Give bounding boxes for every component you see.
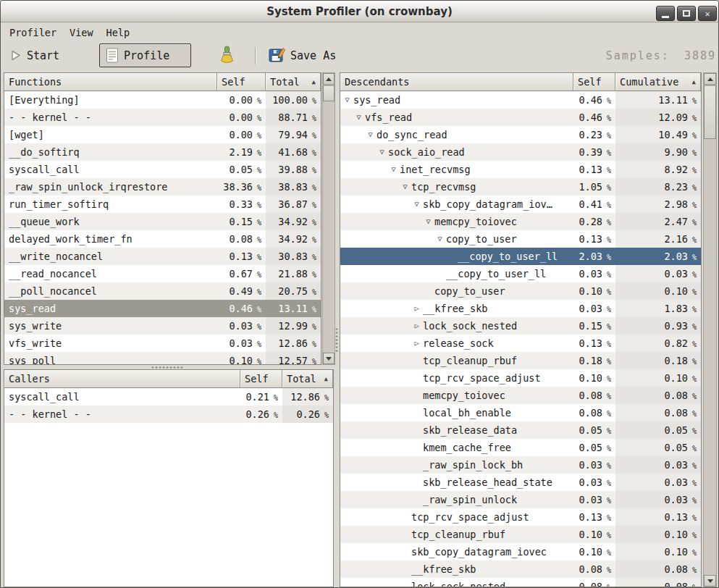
arrow-down-icon <box>707 579 713 583</box>
table-row[interactable]: syscall_call0.21 %12.86 % <box>4 388 333 406</box>
expander-open-icon[interactable]: ▽ <box>387 161 400 178</box>
table-row[interactable]: _raw_spin_unlock0.03 %0.03 % <box>340 491 701 508</box>
table-row[interactable]: ▽sock_aio_read0.39 %9.90 % <box>340 143 701 161</box>
total-value-cell: 12.09 % <box>615 109 701 126</box>
table-row[interactable]: sys_read0.46 %13.11 % <box>4 300 321 317</box>
self-value-cell: 1.05 % <box>573 178 615 196</box>
table-row[interactable]: ▷lock_sock_nested0.15 %0.93 % <box>340 317 701 335</box>
table-row[interactable]: ▽skb_copy_datagram_iov…0.41 %2.98 % <box>340 196 701 213</box>
scrollbar-thumb[interactable] <box>323 85 335 101</box>
expander-open-icon[interactable]: ▽ <box>364 126 377 143</box>
table-row[interactable]: tcp_cleanup_rbuf0.10 %0.10 % <box>340 526 701 543</box>
expander-closed-icon[interactable]: ▷ <box>411 317 423 335</box>
column-header-callers[interactable]: Callers <box>4 370 240 388</box>
column-header-cumulative[interactable]: Cumulative▲ <box>615 73 701 91</box>
vertical-pane-handle[interactable] <box>335 327 339 353</box>
column-header-total[interactable]: Total▲ <box>266 73 321 91</box>
table-row[interactable]: __do_softirq2.19 %41.68 % <box>4 143 321 161</box>
table-row[interactable]: copy_to_user0.10 %0.10 % <box>340 282 701 300</box>
expander-open-icon[interactable]: ▽ <box>399 178 411 196</box>
table-row[interactable]: [Everything]0.00 %100.00 % <box>4 91 321 109</box>
menu-help[interactable]: Help <box>100 25 137 41</box>
start-label: Start <box>27 49 59 62</box>
expander-open-icon[interactable]: ▽ <box>353 109 365 126</box>
table-row[interactable]: __write_nocancel0.13 %30.83 % <box>4 248 321 265</box>
column-header-total[interactable]: Total▲ <box>282 370 333 388</box>
scrollbar-thumb[interactable] <box>704 85 716 139</box>
scroll-down-button[interactable] <box>323 353 335 364</box>
scroll-down-button[interactable] <box>704 575 716 587</box>
table-row[interactable]: ▷release_sock0.13 %0.82 % <box>340 335 701 352</box>
function-name-cell: ▽do_sync_read <box>340 126 573 143</box>
table-row[interactable]: __copy_to_user_ll0.03 %0.03 % <box>340 265 701 282</box>
table-row[interactable]: __copy_to_user_ll2.03 %2.03 % <box>340 248 701 265</box>
table-row[interactable]: __kfree_skb0.08 %0.08 % <box>340 560 701 578</box>
column-header-descendants[interactable]: Descendants <box>340 73 573 91</box>
table-row[interactable]: tcp_cleanup_rbuf0.18 %0.18 % <box>340 352 701 369</box>
table-row[interactable]: [wget]0.00 %79.94 % <box>4 126 321 143</box>
function-name-cell: vfs_write <box>4 335 217 352</box>
close-button[interactable]: ✕ <box>698 6 717 21</box>
scroll-up-button[interactable] <box>704 73 716 85</box>
profile-toggle-button[interactable]: Profile <box>99 43 191 67</box>
table-row[interactable]: run_timer_softirq0.33 %36.87 % <box>4 196 321 213</box>
start-button[interactable]: Start <box>4 43 65 67</box>
table-row[interactable]: - - kernel - -0.00 %88.71 % <box>4 109 321 126</box>
minimize-button[interactable] <box>656 6 675 21</box>
table-row[interactable]: _raw_spin_lock_bh0.03 %0.03 % <box>340 456 701 474</box>
expander-open-icon[interactable]: ▽ <box>422 213 434 230</box>
table-row[interactable]: __read_nocancel0.67 %21.88 % <box>4 265 321 282</box>
menu-view[interactable]: View <box>63 25 100 41</box>
total-value-cell: 2.16 % <box>615 230 701 248</box>
total-value-cell: 0.10 % <box>615 369 701 387</box>
column-header-self[interactable]: Self <box>240 370 282 388</box>
table-row[interactable]: local_bh_enable0.08 %0.08 % <box>340 404 701 421</box>
table-row[interactable]: ▽inet_recvmsg0.13 %8.92 % <box>340 161 701 178</box>
table-row[interactable]: memcpy_toiovec0.08 %0.08 % <box>340 387 701 404</box>
reset-button[interactable] <box>212 43 241 67</box>
expander-closed-icon[interactable]: ▷ <box>411 300 423 317</box>
table-row[interactable]: ▽vfs_read0.46 %12.09 % <box>340 109 701 126</box>
table-row[interactable]: skb_release_head_state0.03 %0.03 % <box>340 474 701 491</box>
scroll-up-button[interactable] <box>323 73 335 85</box>
table-row[interactable]: lock_sock_nested0.08 %0.08 % <box>340 578 701 587</box>
maximize-button[interactable] <box>677 6 696 21</box>
table-row[interactable]: kmem_cache_free0.05 %0.05 % <box>340 439 701 456</box>
table-row[interactable]: vfs_write0.03 %12.86 % <box>4 335 321 352</box>
table-row[interactable]: ▽tcp_recvmsg1.05 %8.23 % <box>340 178 701 196</box>
table-row[interactable]: _raw_spin_unlock_irqrestore38.36 %38.83 … <box>4 178 321 196</box>
total-value-cell: 0.82 % <box>615 335 701 352</box>
table-row[interactable]: __queue_work0.15 %34.92 % <box>4 213 321 230</box>
table-row[interactable]: - - kernel - -0.26 %0.26 % <box>4 406 333 423</box>
table-row[interactable]: skb_release_data0.05 %0.05 % <box>340 421 701 439</box>
column-header-self[interactable]: Self <box>573 73 615 91</box>
expander-open-icon[interactable]: ▽ <box>376 143 388 161</box>
table-row[interactable]: ▽sys_read0.46 %13.11 % <box>340 91 701 109</box>
expander-open-icon[interactable]: ▽ <box>411 196 423 213</box>
table-row[interactable]: ▽copy_to_user0.13 %2.16 % <box>340 230 701 248</box>
table-row[interactable]: ▽do_sync_read0.23 %10.49 % <box>340 126 701 143</box>
expander-open-icon[interactable]: ▽ <box>434 230 446 248</box>
menu-profiler[interactable]: Profiler <box>3 25 63 41</box>
sort-ascending-icon: ▲ <box>320 375 328 382</box>
descendants-scrollbar[interactable] <box>703 72 717 587</box>
column-header-functions[interactable]: Functions <box>4 73 217 91</box>
table-row[interactable]: sys_poll0.10 %12.57 % <box>4 352 321 364</box>
function-name-cell: run_timer_softirq <box>4 196 217 213</box>
expander-closed-icon[interactable]: ▷ <box>411 335 423 352</box>
functions-scrollbar[interactable] <box>322 72 335 365</box>
column-header-self[interactable]: Self <box>217 73 266 91</box>
table-row[interactable]: delayed_work_timer_fn0.08 %34.92 % <box>4 230 321 248</box>
save-as-button[interactable]: Save As <box>263 43 342 67</box>
table-row[interactable]: __poll_nocancel0.49 %20.75 % <box>4 282 321 300</box>
table-row[interactable]: skb_copy_datagram_iovec0.10 %0.10 % <box>340 543 701 560</box>
table-row[interactable]: syscall_call0.05 %39.88 % <box>4 161 321 178</box>
self-value-cell: 0.15 % <box>217 213 266 230</box>
total-value-cell: 12.86 % <box>282 388 333 406</box>
table-row[interactable]: sys_write0.03 %12.99 % <box>4 317 321 335</box>
table-row[interactable]: tcp_rcv_space_adjust0.13 %0.13 % <box>340 508 701 526</box>
table-row[interactable]: ▷__kfree_skb0.03 %1.83 % <box>340 300 701 317</box>
expander-open-icon[interactable]: ▽ <box>341 91 353 109</box>
table-row[interactable]: tcp_rcv_space_adjust0.10 %0.10 % <box>340 369 701 387</box>
table-row[interactable]: ▽memcpy_toiovec0.28 %2.47 % <box>340 213 701 230</box>
